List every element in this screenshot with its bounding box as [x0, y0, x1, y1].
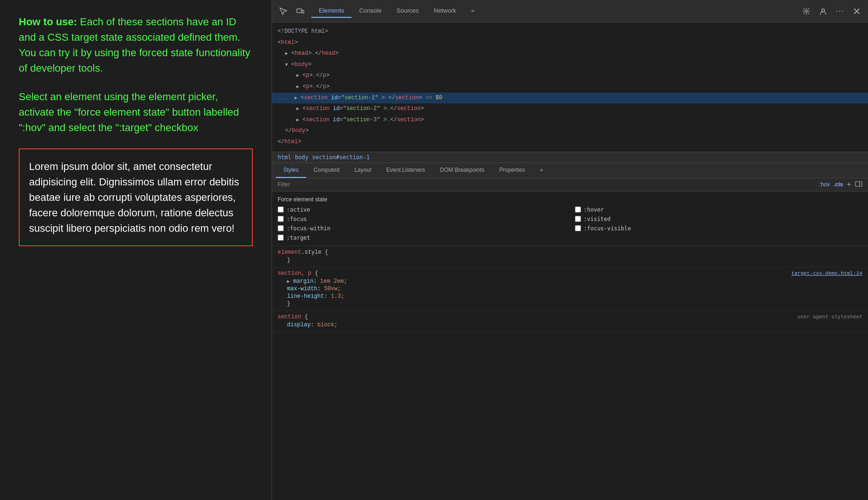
- styles-subtabs: Styles Computed Layout Event Listeners D…: [272, 163, 868, 178]
- css-prop-display: display: block;: [278, 321, 862, 329]
- force-element-state-section: Force element state :active :hover :focu…: [272, 191, 868, 246]
- css-rule-section-ua: section { user agent stylesheet display:…: [272, 311, 868, 332]
- tree-doctype[interactable]: <!DOCTYPE html>: [272, 26, 868, 37]
- lorem-text: Lorem ipsum dolor sit, amet consectetur …: [29, 159, 243, 236]
- tree-p2[interactable]: ▶ <p>…</p>: [272, 81, 868, 93]
- checkbox-focus-within[interactable]: [278, 225, 284, 231]
- css-rule-section-p-close: }: [278, 300, 862, 308]
- sidebar-toggle-button[interactable]: [855, 180, 862, 189]
- css-source-section-p[interactable]: target-css-demo.html:24: [791, 271, 862, 276]
- force-state-focus[interactable]: :focus: [278, 216, 566, 222]
- svg-point-2: [805, 10, 808, 12]
- tree-section3[interactable]: ▶ <section id="section-3" >…</section>: [272, 115, 868, 126]
- force-state-focus-visible[interactable]: :focus-visible: [575, 225, 863, 232]
- filter-label: Filter: [278, 181, 816, 188]
- force-state-hover[interactable]: :hover: [575, 206, 863, 213]
- breadcrumb-body[interactable]: body: [295, 154, 309, 161]
- subtab-computed[interactable]: Computed: [306, 163, 347, 178]
- devtools-panel: Elements Console Sources Network » ···: [272, 0, 868, 500]
- css-rule-section-p: section, p { target-css-demo.html:24 ▶ m…: [272, 267, 868, 311]
- force-state-focus-within[interactable]: :focus-within: [278, 225, 566, 232]
- left-panel: How to use: Each of these sections have …: [0, 0, 272, 500]
- devtools-right-icons: ···: [799, 4, 864, 19]
- force-state-active[interactable]: :active: [278, 206, 566, 213]
- select-info: Select an element using the element pick…: [19, 89, 253, 135]
- breadcrumb-section1[interactable]: section#section-1: [312, 154, 370, 161]
- devtools-topbar: Elements Console Sources Network » ···: [272, 0, 868, 22]
- label-focus-within: :focus-within: [287, 225, 331, 232]
- css-source-ua: user agent stylesheet: [797, 314, 862, 320]
- tab-more[interactable]: »: [463, 4, 482, 18]
- svg-rect-4: [855, 182, 862, 186]
- label-active: :active: [287, 206, 310, 213]
- css-rule-element-style-close: }: [278, 257, 862, 264]
- css-rule-element-style: element.style { }: [272, 246, 868, 267]
- filter-bar: Filter :hov .cls +: [272, 178, 868, 191]
- user-icon[interactable]: [816, 4, 831, 19]
- force-state-grid: :active :hover :focus :visited :focus-wi…: [278, 206, 862, 241]
- devtools-main-tabs: Elements Console Sources Network »: [311, 4, 482, 18]
- how-to-use-section: How to use: Each of these sections have …: [19, 14, 253, 76]
- cls-button[interactable]: .cls: [834, 181, 843, 188]
- checkbox-focus[interactable]: [278, 216, 284, 222]
- tree-p1[interactable]: ▶ <p>…</p>: [272, 70, 868, 81]
- tree-section1[interactable]: ... ▶ <section id="section-1" >…</sectio…: [272, 93, 868, 104]
- add-style-rule-button[interactable]: +: [847, 180, 851, 189]
- label-focus-visible: :focus-visible: [584, 225, 631, 232]
- css-prop-max-width: max-width: 50vw;: [278, 285, 862, 293]
- checkbox-active[interactable]: [278, 206, 284, 213]
- subtab-event-listeners[interactable]: Event Listeners: [379, 163, 433, 178]
- force-state-title: Force element state: [278, 196, 862, 203]
- checkbox-target[interactable]: [278, 235, 284, 241]
- css-selector-section-p: section, p {: [278, 270, 318, 277]
- more-options-icon[interactable]: ···: [832, 4, 847, 19]
- breadcrumb-bar: html body section#section-1: [272, 152, 868, 163]
- svg-point-3: [822, 9, 824, 12]
- label-hover: :hover: [584, 206, 604, 213]
- styles-content-area: Filter :hov .cls + Force element state :…: [272, 178, 868, 500]
- svg-rect-1: [302, 10, 304, 13]
- label-target: :target: [287, 235, 310, 241]
- checkbox-visited[interactable]: [575, 216, 581, 222]
- how-to-use-label: How to use:: [19, 16, 77, 28]
- device-toggle-icon[interactable]: [293, 4, 308, 19]
- tree-body-close[interactable]: </body>: [272, 125, 868, 137]
- subtab-properties[interactable]: Properties: [492, 163, 533, 178]
- label-visited: :visited: [584, 216, 611, 222]
- element-picker-icon[interactable]: [276, 4, 291, 19]
- label-focus: :focus: [287, 216, 307, 222]
- force-state-visited[interactable]: :visited: [575, 216, 863, 222]
- css-prop-margin: ▶ margin: 1em 2em;: [278, 278, 862, 285]
- tree-section2[interactable]: ▶ <section id="section-2" >…</section>: [272, 103, 868, 115]
- tree-head[interactable]: ▶ <head>…</head>: [272, 48, 868, 59]
- hov-button[interactable]: :hov: [819, 181, 830, 188]
- checkbox-focus-visible[interactable]: [575, 225, 581, 231]
- subtab-more[interactable]: »: [532, 163, 551, 178]
- styles-panel: Force element state :active :hover :focu…: [272, 191, 868, 500]
- tab-console[interactable]: Console: [352, 4, 389, 18]
- tab-sources[interactable]: Sources: [389, 4, 427, 18]
- tab-network[interactable]: Network: [427, 4, 464, 18]
- lorem-section: Lorem ipsum dolor sit, amet consectetur …: [19, 148, 253, 246]
- settings-icon[interactable]: [799, 4, 814, 19]
- tree-html-close[interactable]: </html>: [272, 137, 868, 148]
- subtab-dom-breakpoints[interactable]: DOM Breakpoints: [433, 163, 492, 178]
- css-selector-element-style: element.style {: [278, 249, 862, 256]
- subtab-layout[interactable]: Layout: [347, 163, 379, 178]
- close-devtools-icon[interactable]: [849, 4, 864, 19]
- checkbox-hover[interactable]: [575, 206, 581, 213]
- force-state-target[interactable]: :target: [278, 235, 566, 241]
- css-selector-section-ua: section {: [278, 314, 308, 320]
- css-prop-line-height: line-height: 1.3;: [278, 293, 862, 300]
- subtab-styles[interactable]: Styles: [276, 163, 306, 178]
- breadcrumb-html[interactable]: html: [278, 154, 291, 161]
- html-tree: <!DOCTYPE html> <html> ▶ <head>…</head> …: [272, 22, 868, 152]
- tree-html[interactable]: <html>: [272, 37, 868, 49]
- tab-elements[interactable]: Elements: [311, 4, 352, 18]
- svg-rect-0: [297, 9, 302, 13]
- tree-body[interactable]: ▼ <body>: [272, 59, 868, 71]
